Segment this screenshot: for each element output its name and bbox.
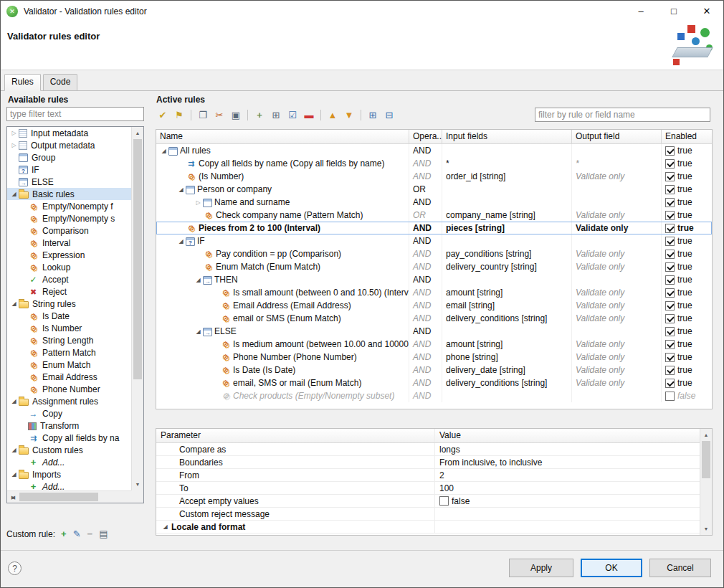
paste-icon[interactable]: ▣: [229, 108, 243, 122]
collapse-twisty[interactable]: ◢: [9, 468, 19, 480]
scroll-right-icon[interactable]: ▶: [7, 491, 19, 503]
tree-vertical-scrollbar[interactable]: ▲ ▼: [131, 127, 143, 490]
collapse-all-icon[interactable]: ⊟: [382, 108, 396, 122]
parameters-scrollbar[interactable]: ▲ ▼: [700, 429, 712, 535]
tree-item[interactable]: ◢Assignment rules: [7, 395, 131, 407]
rule-row[interactable]: ◢All rulesANDtrue: [156, 144, 712, 157]
validate-icon[interactable]: ✔: [156, 108, 170, 122]
rule-row[interactable]: ⚙Enum Match (Enum Match)ANDdelivery_coun…: [156, 260, 712, 273]
parameter-row[interactable]: BoundariesFrom inclusive, to inclusive: [156, 456, 712, 469]
rule-row[interactable]: ⚙email, SMS or mail (Enum Match)ANDdeliv…: [156, 376, 712, 389]
tab-code[interactable]: Code: [43, 74, 78, 90]
close-button[interactable]: ✕: [690, 1, 723, 22]
tree-item[interactable]: ✓Accept: [7, 273, 131, 285]
tree-item[interactable]: ◢Custom rules: [7, 444, 131, 456]
tree-item[interactable]: ✖Reject: [7, 285, 131, 298]
rule-row[interactable]: ◢?IFANDtrue: [156, 234, 712, 247]
rule-row[interactable]: ◢Person or companyORtrue: [156, 183, 712, 196]
apply-button[interactable]: Apply: [509, 559, 573, 577]
rule-row[interactable]: ⚙Check company name (Pattern Match)ORcom…: [156, 209, 712, 222]
scroll-up-icon[interactable]: ▲: [132, 127, 143, 139]
rule-row[interactable]: ⇉Copy all fields by name (Copy all field…: [156, 157, 712, 170]
parameter-row[interactable]: Custom reject message: [156, 508, 712, 521]
enabled-checkbox[interactable]: [665, 327, 675, 336]
tree-item[interactable]: ◢Basic rules: [7, 188, 131, 200]
duplicate-custom-rule-icon[interactable]: ▤: [99, 528, 108, 540]
tree-item[interactable]: ⚙Lookup: [7, 261, 131, 273]
rule-row[interactable]: ⚙Email Address (Email Address)ANDemail […: [156, 299, 712, 312]
add-rule-icon[interactable]: +: [252, 108, 267, 122]
rule-row[interactable]: ◢→THENANDtrue: [156, 273, 712, 286]
tree-item[interactable]: ⚙Empty/Nonempty f: [7, 200, 131, 212]
rule-row[interactable]: ◢→ELSEANDtrue: [156, 325, 712, 338]
tree-item[interactable]: ◢Imports: [7, 468, 131, 480]
scrollbar-thumb[interactable]: [702, 441, 710, 478]
parameter-row[interactable]: From2: [156, 469, 712, 482]
enabled-checkbox[interactable]: [665, 392, 675, 401]
tree-item[interactable]: ⚙Phone Number: [7, 383, 131, 395]
scroll-down-icon[interactable]: ▼: [132, 478, 143, 490]
enabled-checkbox[interactable]: [665, 237, 675, 246]
ok-button[interactable]: OK: [581, 559, 642, 577]
rule-row[interactable]: ⚙Phone Number (Phone Number)ANDphone [st…: [156, 351, 712, 364]
scrollbar-thumb[interactable]: [19, 493, 98, 501]
tree-item[interactable]: ⚙Pattern Match: [7, 346, 131, 359]
parameter-row[interactable]: To100: [156, 482, 712, 495]
scroll-up-icon[interactable]: ▲: [700, 429, 712, 441]
value-checkbox[interactable]: [439, 496, 449, 506]
tree-horizontal-scrollbar[interactable]: ◀ ▶: [7, 490, 131, 503]
enabled-checkbox[interactable]: [665, 288, 675, 298]
enabled-checkbox[interactable]: [665, 211, 675, 220]
expand-all-icon[interactable]: ⊞: [366, 108, 380, 122]
tree-item[interactable]: ⇉Copy all fields by na: [7, 432, 131, 444]
enabled-checkbox[interactable]: [665, 366, 675, 375]
remove-custom-rule-icon[interactable]: −: [87, 528, 93, 540]
rule-row[interactable]: ⚙Is medium amount (between 10.00 and 100…: [156, 338, 712, 351]
mark-valid-icon[interactable]: ⚑: [172, 108, 186, 122]
tree-item[interactable]: ⚙Expression: [7, 249, 131, 261]
help-button[interactable]: ?: [8, 561, 22, 575]
expand-twisty[interactable]: ▷: [194, 196, 203, 209]
parameter-row[interactable]: Accept empty valuesfalse: [156, 495, 712, 508]
collapse-twisty[interactable]: ◢: [194, 274, 203, 286]
edit-custom-rule-icon[interactable]: ✎: [73, 528, 81, 540]
add-group-icon[interactable]: ⊞: [269, 108, 283, 122]
scrollbar-thumb[interactable]: [133, 139, 142, 379]
rule-row[interactable]: ⚙email or SMS (Enum Match)ANDdelivery_co…: [156, 312, 712, 325]
parameter-row[interactable]: Compare aslongs: [156, 443, 712, 456]
enabled-checkbox[interactable]: [665, 224, 675, 233]
tree-item[interactable]: ▷Input metadata: [7, 127, 131, 139]
add-custom-rule-icon[interactable]: +: [61, 528, 67, 540]
enabled-checkbox[interactable]: [665, 379, 675, 388]
collapse-twisty[interactable]: ◢: [161, 521, 170, 533]
collapse-twisty[interactable]: ◢: [9, 444, 19, 456]
minimize-button[interactable]: –: [624, 1, 657, 22]
rule-row[interactable]: ⚙Is small amount (between 0 and 10.50) (…: [156, 286, 712, 299]
rule-row[interactable]: ⚙(Is Number)ANDorder_id [string]Validate…: [156, 170, 712, 183]
tree-item[interactable]: ▷Output metadata: [7, 139, 131, 151]
delete-rule-icon[interactable]: ▬: [302, 108, 316, 122]
cut-icon[interactable]: ✂: [212, 108, 227, 122]
column-header-parameter[interactable]: Parameter: [156, 429, 435, 442]
tab-rules[interactable]: Rules: [4, 74, 41, 91]
tree-item[interactable]: ⚙Interval: [7, 237, 131, 249]
collapse-twisty[interactable]: ◢: [9, 395, 19, 407]
tree-item[interactable]: ⚙Comparison: [7, 224, 131, 237]
rule-row[interactable]: ⚙Pay condition = pp (Comparison)ANDpay_c…: [156, 247, 712, 260]
tree-item[interactable]: →ELSE: [7, 176, 131, 188]
enabled-checkbox[interactable]: [665, 301, 675, 310]
enabled-checkbox[interactable]: [665, 198, 675, 207]
collapse-twisty[interactable]: ◢: [176, 235, 186, 247]
column-header-input-fields[interactable]: Input fields: [442, 130, 572, 143]
enabled-checkbox[interactable]: [665, 353, 675, 362]
enabled-checkbox[interactable]: [665, 340, 675, 349]
collapse-twisty[interactable]: ◢: [159, 145, 168, 157]
tree-item[interactable]: Group: [7, 151, 131, 163]
move-up-icon[interactable]: ▲: [325, 108, 340, 122]
column-header-name[interactable]: Name: [156, 130, 409, 143]
tree-item[interactable]: →Copy: [7, 407, 131, 419]
tree-item[interactable]: ⚙Empty/Nonempty s: [7, 212, 131, 224]
enabled-checkbox[interactable]: [665, 250, 675, 259]
enabled-checkbox[interactable]: [665, 262, 675, 272]
collapse-twisty[interactable]: ◢: [176, 184, 186, 196]
